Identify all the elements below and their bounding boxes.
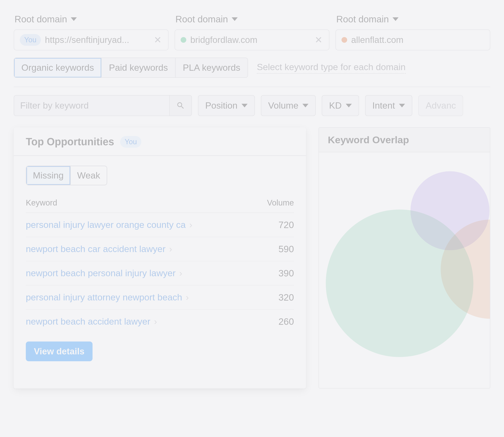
double-chevron-icon: ›› (186, 292, 186, 302)
top-opportunities-title: Top Opportunities (26, 136, 114, 148)
filter-volume[interactable]: Volume (261, 95, 316, 116)
domain-url: https://senftinjuryad... (45, 35, 149, 45)
domain-color-dot (342, 37, 347, 43)
filter-label: Position (205, 100, 237, 111)
keyword-link[interactable]: newport beach personal injury lawyer›› (26, 268, 179, 278)
keyword-search (14, 95, 192, 116)
opportunities-subtab-missing[interactable]: Missing (26, 166, 71, 185)
keyword-type-tab[interactable]: Paid keywords (102, 58, 176, 77)
top-opportunities-panel: Top Opportunities You MissingWeak Keywor… (14, 127, 306, 388)
domain-color-dot (181, 37, 186, 43)
keyword-volume: 390 (278, 268, 294, 279)
keyword-volume: 720 (278, 219, 294, 230)
opportunities-subtabs: MissingWeak (26, 166, 107, 185)
domain-scope-label: Root domain (175, 14, 228, 25)
opportunity-row: newport beach accident lawyer››260 (26, 310, 294, 333)
filter-label: Volume (268, 100, 298, 111)
domain-input[interactable]: Youhttps://senftinjuryad...✕ (14, 30, 169, 50)
opportunities-subtab-weak[interactable]: Weak (71, 166, 107, 185)
keyword-search-button[interactable] (169, 96, 192, 116)
advanced-filters-button[interactable]: Advanc (418, 95, 463, 116)
keyword-link[interactable]: newport beach accident lawyer›› (26, 316, 154, 327)
filter-label: KD (329, 100, 342, 111)
keyword-type-hint: Select keyword type for each domain (257, 62, 406, 74)
domain-scope-selector[interactable]: Root domain (335, 12, 399, 30)
chevron-down-icon (393, 17, 399, 21)
domain-scope-selector[interactable]: Root domain (14, 12, 78, 30)
domain-url: bridgfordlaw.com (190, 35, 310, 45)
double-chevron-icon: ›› (169, 244, 169, 254)
col-keyword: Keyword (26, 198, 57, 207)
domain-scope-label: Root domain (15, 14, 67, 25)
keyword-text: newport beach personal injury lawyer (26, 268, 176, 278)
chevron-down-icon (232, 17, 238, 21)
keyword-text: newport beach car accident lawyer (26, 244, 165, 254)
opportunity-row: personal injury attorney newport beach››… (26, 286, 294, 310)
double-chevron-icon: ›› (154, 317, 154, 327)
filter-label: Intent (372, 100, 395, 111)
double-chevron-icon: ›› (189, 220, 190, 230)
keyword-link[interactable]: personal injury lawyer orange county ca›… (26, 220, 190, 230)
keyword-text: newport beach accident lawyer (26, 316, 150, 327)
keyword-volume: 260 (278, 316, 294, 327)
keyword-search-input[interactable] (14, 96, 169, 116)
you-badge: You (120, 136, 141, 148)
advanced-filters-label: Advanc (426, 100, 456, 111)
opportunity-row: newport beach personal injury lawyer››39… (26, 261, 294, 286)
opportunity-row: personal injury lawyer orange county ca›… (26, 213, 294, 237)
chevron-down-icon (71, 17, 77, 21)
col-volume: Volume (267, 198, 294, 207)
keyword-volume: 320 (278, 292, 294, 303)
search-icon (176, 101, 185, 110)
chevron-down-icon (302, 104, 308, 107)
chevron-down-icon (346, 104, 352, 107)
keyword-type-tab[interactable]: PLA keywords (176, 58, 248, 77)
view-details-button[interactable]: View details (26, 341, 92, 361)
keyword-link[interactable]: newport beach car accident lawyer›› (26, 244, 169, 254)
chevron-down-icon (242, 104, 248, 107)
domain-input[interactable]: allenflatt.com (335, 30, 490, 50)
domain-url: allenflatt.com (351, 35, 484, 45)
close-icon[interactable]: ✕ (153, 34, 162, 45)
keyword-link[interactable]: personal injury attorney newport beach›› (26, 292, 186, 303)
keyword-type-tab[interactable]: Organic keywords (14, 58, 102, 77)
keyword-text: personal injury lawyer orange county ca (26, 220, 186, 230)
domain-scope-label: Root domain (336, 14, 389, 25)
you-badge: You (20, 34, 41, 46)
keyword-overlap-panel: Keyword Overlap (319, 127, 490, 388)
keyword-overlap-title: Keyword Overlap (319, 128, 490, 152)
opportunity-row: newport beach car accident lawyer››590 (26, 237, 294, 261)
domain-scope-selector[interactable]: Root domain (175, 12, 239, 30)
section-divider (14, 87, 490, 87)
keyword-text: personal injury attorney newport beach (26, 292, 182, 303)
close-icon[interactable]: ✕ (314, 34, 323, 45)
filter-position[interactable]: Position (198, 95, 255, 116)
domain-input[interactable]: bridgfordlaw.com✕ (175, 30, 329, 50)
chevron-down-icon (399, 104, 405, 107)
filter-intent[interactable]: Intent (365, 95, 413, 116)
keyword-volume: 590 (278, 244, 294, 254)
filter-kd[interactable]: KD (322, 95, 359, 116)
